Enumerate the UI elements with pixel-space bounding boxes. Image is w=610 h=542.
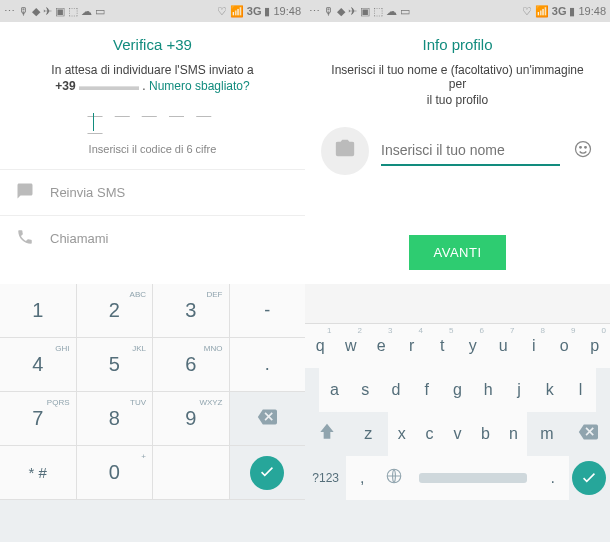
key-e[interactable]: 3e [366,324,397,368]
key-8[interactable]: 8TUV [77,392,154,446]
key-dot[interactable]: . [230,338,306,392]
key-blank [153,446,230,500]
globe-icon [385,467,403,489]
backspace-icon [254,407,280,431]
svg-point-0 [576,142,591,157]
name-input[interactable] [381,136,560,166]
resend-sms-row[interactable]: Reinvia SMS [0,169,305,215]
key-b[interactable]: b [472,412,500,456]
key-y[interactable]: 6y [458,324,489,368]
key-3[interactable]: 3DEF [153,284,230,338]
key-backspace[interactable] [230,392,306,446]
key-1[interactable]: 1 [0,284,77,338]
key-space[interactable] [410,456,537,500]
call-me-row[interactable]: Chiamami [0,215,305,261]
sms-icon [16,182,34,203]
qwerty-keyboard: 1q2w3e4r5t6y7u8i9o0p asdfghjkl zxcvbnm ?… [305,284,610,542]
key-confirm-left[interactable] [230,446,306,500]
code-input[interactable]: — — — — — — [0,111,305,135]
suggestion-bar[interactable] [305,284,610,324]
key-s[interactable]: s [350,368,381,412]
key-period[interactable]: . [537,456,569,500]
avatar-picker[interactable] [321,127,369,175]
key-starhash[interactable]: * # [0,446,77,500]
key-x[interactable]: x [388,412,416,456]
key-v[interactable]: v [444,412,472,456]
profile-sub1: Inserisci il tuo nome e (facoltativo) un… [305,63,610,91]
key-u[interactable]: 7u [488,324,519,368]
profile-title: Info profilo [305,22,610,63]
key-q[interactable]: 1q [305,324,336,368]
shift-icon [317,422,337,446]
profile-sub2: il tuo profilo [305,93,610,107]
key-a[interactable]: a [319,368,350,412]
key-backspace-q[interactable] [566,412,610,456]
key-m[interactable]: m [527,412,566,456]
emoji-button[interactable] [572,140,594,162]
numeric-keypad: 1 2ABC 3DEF - 4GHI 5JKL 6MNO . 7PQRS 8TU… [0,284,305,542]
verify-title: Verifica +39 [0,22,305,63]
key-shift[interactable] [305,412,349,456]
phone-icon [16,228,34,249]
svg-point-1 [580,147,582,149]
key-d[interactable]: d [381,368,412,412]
key-l[interactable]: l [565,368,596,412]
key-0[interactable]: 0+ [77,446,154,500]
code-hint: Inserisci il codice di 6 cifre [0,143,305,155]
key-7[interactable]: 7PQRS [0,392,77,446]
phone-line: +39 ▬▬▬▬▬ . Numero sbagliato? [0,79,305,93]
status-bar-left: ⋯🎙◆✈▣⬚☁▭ ♡📶3G▮19:48 [0,0,305,22]
camera-icon [334,138,356,164]
key-n[interactable]: n [499,412,527,456]
check-icon [580,468,598,489]
key-dash[interactable]: - [230,284,306,338]
key-j[interactable]: j [504,368,535,412]
key-confirm-right[interactable] [569,456,610,500]
key-r[interactable]: 4r [397,324,428,368]
status-bar-right: ⋯🎙◆✈▣⬚☁▭ ♡📶3G▮19:48 [305,0,610,22]
key-4[interactable]: 4GHI [0,338,77,392]
key-6[interactable]: 6MNO [153,338,230,392]
waiting-text: In attesa di individuare l'SMS inviato a [0,63,305,77]
svg-point-2 [585,147,587,149]
key-p[interactable]: 0p [580,324,611,368]
emoji-icon [573,139,593,163]
key-5[interactable]: 5JKL [77,338,154,392]
backspace-icon [575,422,601,446]
key-k[interactable]: k [534,368,565,412]
key-language[interactable] [378,456,410,500]
key-9[interactable]: 9WXYZ [153,392,230,446]
key-w[interactable]: 2w [336,324,367,368]
key-c[interactable]: c [416,412,444,456]
wrong-number-link[interactable]: Numero sbagliato? [149,79,250,93]
key-g[interactable]: g [442,368,473,412]
next-button[interactable]: AVANTI [409,235,505,270]
key-f[interactable]: f [411,368,442,412]
key-i[interactable]: 8i [519,324,550,368]
key-t[interactable]: 5t [427,324,458,368]
key-h[interactable]: h [473,368,504,412]
key-o[interactable]: 9o [549,324,580,368]
check-icon [258,462,276,484]
key-2[interactable]: 2ABC [77,284,154,338]
key-symbols[interactable]: ?123 [305,456,346,500]
key-z[interactable]: z [349,412,388,456]
key-comma[interactable]: , [346,456,378,500]
